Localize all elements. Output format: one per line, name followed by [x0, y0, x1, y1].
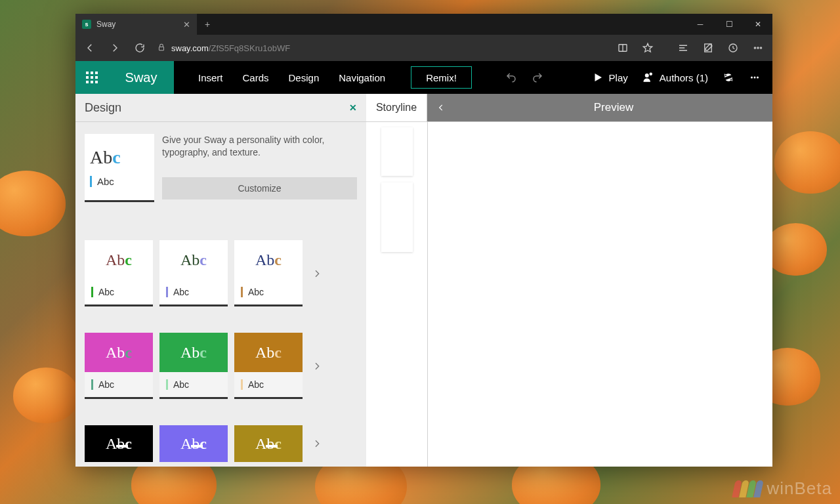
sway-brand[interactable]: Sway: [108, 61, 174, 94]
style-card[interactable]: Abc: [159, 425, 228, 462]
svg-rect-9: [95, 72, 98, 74]
app-more-icon[interactable]: [749, 72, 761, 83]
style-card[interactable]: AbcAbc: [85, 240, 153, 306]
sync-icon[interactable]: [723, 72, 734, 83]
style-card[interactable]: AbcAbc: [234, 240, 303, 306]
tab-close-icon[interactable]: ✕: [183, 20, 190, 30]
more-icon[interactable]: [746, 36, 770, 60]
window-close-button[interactable]: ✕: [744, 14, 772, 35]
watermark: winBeta: [734, 478, 833, 499]
window-minimize-button[interactable]: ─: [686, 14, 715, 35]
svg-point-4: [754, 47, 755, 49]
style-card[interactable]: AbcAbc: [159, 333, 228, 399]
share-icon[interactable]: [721, 36, 745, 60]
svg-rect-14: [91, 81, 93, 83]
preview-header[interactable]: Preview: [455, 94, 772, 121]
svg-point-18: [754, 77, 756, 79]
more-styles-button[interactable]: [309, 358, 325, 374]
url-field[interactable]: sway.com/ZfS5Fq8SKru1obWF: [153, 43, 610, 54]
back-button[interactable]: [78, 36, 102, 60]
svg-rect-15: [95, 81, 98, 83]
svg-rect-0: [159, 47, 164, 50]
url-domain: sway.com: [171, 43, 209, 53]
browser-tab[interactable]: s Sway ✕: [75, 14, 197, 35]
app-launcher-button[interactable]: [75, 61, 108, 94]
svg-rect-13: [86, 81, 89, 83]
menu-cards[interactable]: Cards: [233, 61, 279, 94]
redo-button[interactable]: [532, 72, 543, 83]
more-styles-button[interactable]: [309, 436, 325, 452]
menu-insert[interactable]: Insert: [188, 61, 233, 94]
style-card[interactable]: AbcAbc: [85, 333, 153, 399]
favorite-icon[interactable]: [636, 36, 660, 60]
lock-icon: [157, 43, 166, 54]
svg-rect-7: [86, 72, 89, 74]
desktop-wallpaper: s Sway ✕ + ─ ☐ ✕ sway.com/ZfS5Fq8SKru1ob…: [0, 0, 840, 504]
favicon: s: [82, 20, 91, 29]
url-path: /ZfS5Fq8SKru1obWF: [209, 43, 290, 53]
svg-rect-10: [86, 76, 89, 79]
address-bar: sway.com/ZfS5Fq8SKru1obWF: [75, 35, 772, 61]
svg-point-6: [760, 47, 761, 49]
refresh-button[interactable]: [128, 36, 152, 60]
svg-rect-12: [95, 76, 98, 79]
sway-toolbar: Sway Insert Cards Design Navigation Remi…: [75, 61, 772, 94]
design-pane-header: Design ✕: [75, 94, 366, 121]
current-style-card[interactable]: Abc Abc: [85, 134, 154, 202]
forward-button[interactable]: [103, 36, 127, 60]
more-styles-button[interactable]: [309, 266, 325, 282]
preview-pane: [428, 122, 772, 467]
play-button[interactable]: Play: [592, 72, 628, 83]
storyline-header[interactable]: Storyline: [366, 94, 427, 121]
collapse-storyline-button[interactable]: [427, 94, 455, 121]
remix-button[interactable]: Remix!: [411, 66, 472, 89]
svg-point-17: [751, 77, 753, 79]
menu-design[interactable]: Design: [279, 61, 329, 94]
storyline-card[interactable]: [381, 127, 413, 176]
reading-view-icon[interactable]: [611, 36, 635, 60]
storyline-card[interactable]: [381, 182, 413, 252]
tab-bar: s Sway ✕ + ─ ☐ ✕: [75, 14, 772, 35]
sub-header: Design ✕ Storyline Preview: [75, 94, 772, 122]
style-card[interactable]: Abc: [234, 425, 303, 462]
webnote-icon[interactable]: [696, 36, 720, 60]
browser-window: s Sway ✕ + ─ ☐ ✕ sway.com/ZfS5Fq8SKru1ob…: [75, 14, 772, 467]
undo-button[interactable]: [505, 72, 517, 83]
design-pane: Abc Abc Give your Sway a personality wit…: [75, 122, 366, 467]
customize-button[interactable]: Customize: [162, 177, 357, 200]
close-design-pane[interactable]: ✕: [349, 102, 357, 113]
style-card[interactable]: Abc: [85, 425, 153, 462]
new-tab-button[interactable]: +: [197, 14, 218, 35]
hub-icon[interactable]: [671, 36, 695, 60]
storyline-pane: [366, 122, 428, 467]
svg-point-19: [757, 77, 759, 79]
authors-button[interactable]: Authors (1): [642, 72, 708, 83]
svg-point-16: [645, 74, 649, 77]
svg-rect-11: [91, 76, 93, 79]
tab-title: Sway: [96, 20, 116, 29]
style-card[interactable]: AbcAbc: [159, 240, 228, 306]
svg-point-5: [757, 47, 759, 49]
design-description: Give your Sway a personality with color,…: [162, 134, 357, 159]
style-card[interactable]: AbcAbc: [234, 333, 303, 399]
window-maximize-button[interactable]: ☐: [715, 14, 744, 35]
menu-navigation[interactable]: Navigation: [329, 61, 395, 94]
svg-rect-8: [91, 72, 93, 74]
